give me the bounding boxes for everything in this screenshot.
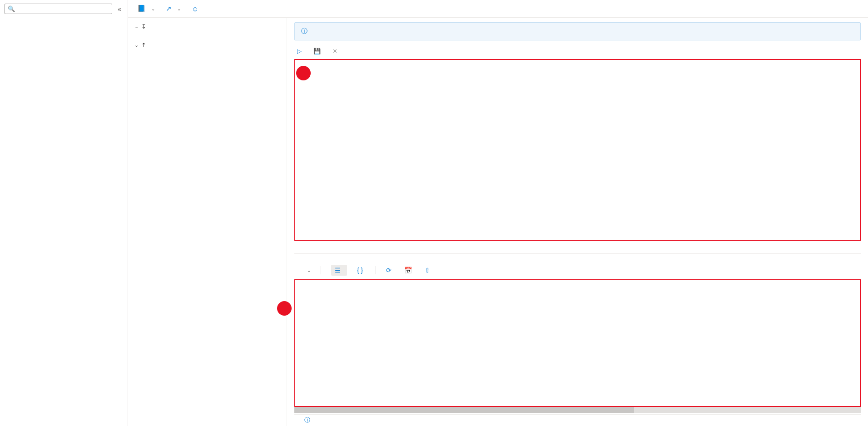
chevron-down-icon: ⌄ [134, 24, 139, 30]
table-icon: ☰ [335, 267, 341, 274]
view-json-button[interactable]: ⌄ [304, 268, 311, 273]
inputs-group-icon: ↧ [141, 23, 146, 30]
chevron-down-icon: ⌄ [151, 6, 155, 11]
callout-1 [277, 301, 292, 316]
timerange-button[interactable]: 📅 [404, 267, 415, 274]
outputs-group-header[interactable]: ⌄ ↥ [134, 40, 287, 50]
raw-view-button[interactable]: { } [357, 267, 366, 274]
horizontal-scrollbar[interactable] [294, 407, 861, 413]
preview-toolbar: ⌄ ☰ { } ⟳ [294, 263, 861, 279]
refresh-button[interactable]: ⟳ [386, 267, 394, 274]
play-icon: ▷ [297, 48, 302, 54]
inputs-group-header[interactable]: ⌄ ↧ [134, 21, 287, 32]
sidebar: 🔍 « [0, 0, 128, 426]
outputs-group-icon: ↥ [141, 42, 146, 49]
search-icon: 🔍 [8, 5, 15, 12]
preview-tabstrip [294, 241, 861, 254]
braces-icon: { } [357, 267, 363, 274]
info-icon: ⓘ [304, 417, 310, 423]
chevron-down-icon: ⌄ [134, 42, 139, 48]
main-area: 📘 ⌄ ↗ ⌄ ☺ ⌄ ↧ [128, 0, 868, 426]
status-bar: ⓘ [294, 414, 861, 426]
chevron-down-icon: ⌄ [177, 6, 181, 11]
info-icon: ⓘ [301, 27, 308, 35]
chevron-down-icon: ⌄ [307, 268, 311, 273]
upload-icon: ⇧ [425, 267, 430, 274]
io-tree-pane: ⌄ ↧ ⌄ ↥ [128, 18, 287, 426]
external-icon: ↗ [166, 5, 172, 13]
data-table-container[interactable] [294, 279, 861, 407]
editor-column: ⓘ ▷ 💾 ✕ [287, 18, 868, 426]
code-lines[interactable] [306, 60, 313, 64]
close-icon: ✕ [332, 48, 337, 54]
book-icon: 📘 [137, 5, 146, 13]
callout-2 [296, 66, 311, 80]
save-icon: 💾 [313, 48, 321, 54]
smiley-icon: ☺ [192, 5, 198, 13]
search-box[interactable]: 🔍 [5, 4, 112, 14]
search-input[interactable] [15, 5, 109, 12]
refresh-icon: ⟳ [386, 267, 392, 274]
info-banner: ⓘ [294, 22, 861, 40]
top-toolbar: 📘 ⌄ ↗ ⌄ ☺ [128, 0, 868, 18]
collapse-sidebar-icon[interactable]: « [116, 5, 123, 14]
preview-description [294, 254, 861, 263]
uservoice-link[interactable]: ☺ [192, 5, 201, 13]
editor-toolbar: ▷ 💾 ✕ [287, 45, 868, 57]
table-view-button[interactable]: ☰ [331, 265, 347, 276]
open-vs-link[interactable]: ↗ ⌄ [166, 5, 181, 13]
upload-button[interactable]: ⇧ [425, 267, 433, 274]
test-query-button[interactable]: ▷ [297, 48, 304, 54]
save-query-button: 💾 [313, 48, 323, 54]
calendar-icon: 📅 [404, 267, 412, 274]
discard-changes-button: ✕ [332, 48, 340, 54]
query-docs-link[interactable]: 📘 ⌄ [137, 5, 155, 13]
line-gutter [295, 60, 306, 64]
code-editor[interactable] [294, 59, 861, 241]
